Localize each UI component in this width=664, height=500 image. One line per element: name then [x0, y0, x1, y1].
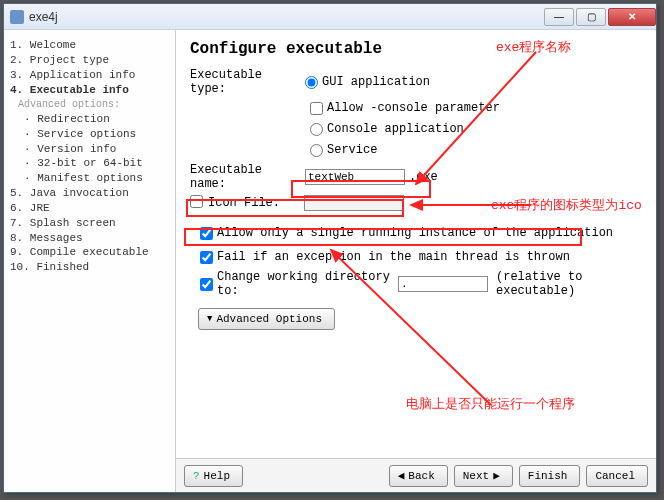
annotation-3: 电脑上是否只能运行一个程序 [406, 395, 575, 413]
exec-name-label: Executable name: [190, 163, 305, 191]
titlebar: exe4j — ▢ ✕ [4, 4, 656, 30]
chk-icon-file[interactable] [190, 195, 203, 208]
nav-item[interactable]: · Manifest options [8, 171, 171, 186]
nav-item[interactable]: 1. Welcome [8, 38, 171, 53]
advanced-options-button[interactable]: ▼Advanced Options [198, 308, 335, 330]
radio-console[interactable] [310, 123, 323, 136]
arrow-left-icon: ◀ [398, 469, 405, 482]
cwd-rel-label: (relative to executable) [496, 270, 646, 298]
wizard-footer: ?Help ◀Back Next▶ Finish Cancel [176, 458, 656, 492]
nav-item[interactable]: Advanced options: [8, 98, 171, 112]
wizard-nav: 1. Welcome2. Project type3. Application … [4, 30, 176, 492]
chk-fail-label: Fail if an exception in the main thread … [217, 250, 570, 264]
radio-service-label: Service [327, 143, 377, 157]
radio-service[interactable] [310, 144, 323, 157]
chk-change-cwd[interactable] [200, 278, 213, 291]
finish-button[interactable]: Finish [519, 465, 581, 487]
minimize-button[interactable]: — [544, 8, 574, 26]
help-icon: ? [193, 470, 200, 482]
nav-item[interactable]: 10. Finished [8, 260, 171, 275]
exec-name-input[interactable] [305, 169, 405, 185]
cwd-input[interactable] [398, 276, 488, 292]
chk-fail-exception[interactable] [200, 251, 213, 264]
cancel-button[interactable]: Cancel [586, 465, 648, 487]
close-button[interactable]: ✕ [608, 8, 656, 26]
nav-item[interactable]: · Redirection [8, 112, 171, 127]
nav-item[interactable]: 6. JRE [8, 201, 171, 216]
nav-item[interactable]: 7. Splash screen [8, 216, 171, 231]
nav-item[interactable]: 8. Messages [8, 231, 171, 246]
arrow-right-icon: ▶ [493, 469, 500, 482]
chk-single-label: Allow only a single running instance of … [217, 226, 613, 240]
chk-cwd-label: Change working directory to: [217, 270, 392, 298]
nav-item[interactable]: · 32-bit or 64-bit [8, 156, 171, 171]
help-button[interactable]: ?Help [184, 465, 243, 487]
chk-allow-console-label: Allow -console parameter [327, 101, 500, 115]
next-button[interactable]: Next▶ [454, 465, 513, 487]
app-icon [10, 10, 24, 24]
window-title: exe4j [29, 10, 542, 24]
icon-file-label: Icon File: [208, 196, 304, 210]
chk-single-instance[interactable] [200, 227, 213, 240]
nav-item[interactable]: 2. Project type [8, 53, 171, 68]
nav-item[interactable]: · Service options [8, 127, 171, 142]
chevron-down-icon: ▼ [207, 314, 212, 324]
exec-ext: .exe [409, 170, 438, 184]
nav-item[interactable]: · Version info [8, 142, 171, 157]
main-panel: Configure executable Executable type: GU… [176, 30, 656, 492]
back-button[interactable]: ◀Back [389, 465, 448, 487]
radio-gui-label: GUI application [322, 75, 430, 89]
nav-item[interactable]: 5. Java invocation [8, 186, 171, 201]
radio-gui[interactable] [305, 76, 318, 89]
maximize-button[interactable]: ▢ [576, 8, 606, 26]
icon-file-input [304, 195, 404, 211]
nav-item[interactable]: 9. Compile executable [8, 245, 171, 260]
radio-console-label: Console application [327, 122, 464, 136]
nav-item[interactable]: 3. Application info [8, 68, 171, 83]
exec-type-label: Executable type: [190, 68, 305, 96]
chk-allow-console[interactable] [310, 102, 323, 115]
app-window: exe4j — ▢ ✕ 1. Welcome2. Project type3. … [3, 3, 657, 493]
nav-item[interactable]: 4. Executable info [8, 83, 171, 98]
page-heading: Configure executable [190, 40, 646, 58]
